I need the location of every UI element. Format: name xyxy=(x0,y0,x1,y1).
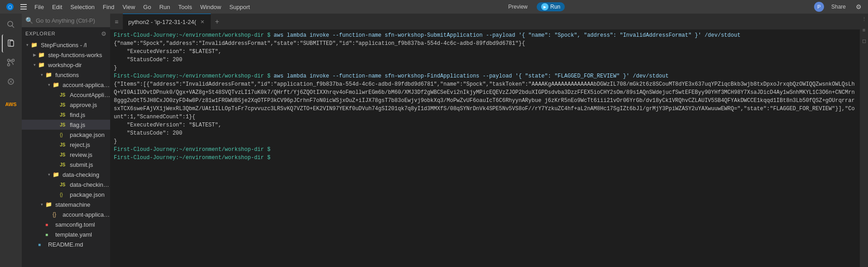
terminal-line: } xyxy=(114,64,856,72)
tree-folder-stepfunctions[interactable]: ▾ 📁 StepFunctions - /l xyxy=(22,40,110,50)
tab-menu-icon[interactable]: ≡ xyxy=(110,14,123,29)
menu-edit[interactable]: Edit xyxy=(48,3,66,11)
new-file-icon[interactable]: ⚙ xyxy=(101,30,107,37)
tree-label-stepfunctions: StepFunctions - /l xyxy=(41,42,87,49)
terminal-line: {"Items":[{"address":"InvalidAddressForm… xyxy=(114,80,856,121)
tree-file-readme[interactable]: ■ README.md xyxy=(22,239,110,249)
tree-folder-account[interactable]: ▾ 📁 account-applicati... xyxy=(22,80,110,90)
tree-label-submit: submit.js xyxy=(70,161,93,168)
sidebar-actions: ⚙ xyxy=(101,30,107,37)
activity-debug[interactable] xyxy=(2,73,20,91)
sidebar-header: EXPLORER ⚙ xyxy=(22,27,110,40)
menu-bar-left: ⬡ File Edit Selection Find View Go Run T… xyxy=(4,0,253,13)
toml-icon-samconfig: ■ xyxy=(45,222,53,227)
folder-icon-sfworkshop: 📁 xyxy=(38,52,46,58)
tree-file-datachecking[interactable]: JS data-checking.js xyxy=(22,180,110,189)
tree-label-sfworkshop: step-functions-works xyxy=(48,52,102,58)
activity-git[interactable] xyxy=(2,53,20,72)
tree-label-datachecking-file: data-checking.js xyxy=(70,181,110,188)
menu-run[interactable]: Run xyxy=(155,3,174,11)
tree-file-submit[interactable]: JS submit.js xyxy=(22,160,110,170)
terminal-line: First-Cloud-Journey:~/environment/worksh… xyxy=(114,146,856,154)
js-icon-reject: JS xyxy=(60,142,68,147)
menu-view[interactable]: View xyxy=(119,3,139,11)
tree-file-reject[interactable]: JS reject.js xyxy=(22,140,110,150)
tree-arrow-account: ▾ xyxy=(45,83,53,87)
tab-add-button[interactable]: + xyxy=(211,14,223,29)
terminal-line: First-Cloud-Journey:~/environment/worksh… xyxy=(114,31,856,39)
svg-point-11 xyxy=(8,64,10,66)
search-icon: 🔍 xyxy=(25,17,33,24)
tree-file-approve[interactable]: JS approve.js xyxy=(22,100,110,110)
menu-file[interactable]: File xyxy=(31,3,48,11)
svg-text:⬡: ⬡ xyxy=(8,5,12,10)
tree-label-reject: reject.js xyxy=(70,141,90,148)
tree-folder-workshopdir[interactable]: ▾ 📁 workshop-dir xyxy=(22,60,110,70)
tree-label-flag: flag.js xyxy=(70,121,85,128)
svg-line-6 xyxy=(12,26,15,28)
tree-label-statemachine: statemachine xyxy=(55,201,90,208)
tree-file-template[interactable]: ■ template.yaml xyxy=(22,229,110,239)
tree-folder-functions[interactable]: ▾ 📁 functions xyxy=(22,70,110,80)
tree-file-package2[interactable]: {} package.json xyxy=(22,189,110,199)
tree-label-package2: package.json xyxy=(70,191,105,198)
js-icon-flag: JS xyxy=(60,122,68,127)
tree-folder-datachecking[interactable]: ▾ 📁 data-checking xyxy=(22,170,110,180)
tree-file-samconfig[interactable]: ■ samconfig.toml xyxy=(22,219,110,229)
term-cmd: aws lambda invoke --function-name sfn-wo… xyxy=(271,73,669,79)
menu-find[interactable]: Find xyxy=(99,3,118,11)
terminal-tab[interactable]: python2 - 'ip-172-31-1-24( ✕ xyxy=(123,14,211,29)
tree-label-approve: approve.js xyxy=(70,102,97,108)
run-icon: ▶ xyxy=(541,3,548,10)
tree-file-accountjson[interactable]: {} account-applicati... xyxy=(22,209,110,219)
tree-arrow-statemachine: ▾ xyxy=(38,202,45,207)
tree-label-accountjson: account-applicati... xyxy=(63,211,110,218)
settings-icon[interactable]: ⚙ xyxy=(853,2,864,11)
avatar[interactable]: P xyxy=(814,2,824,12)
menu-window[interactable]: Window xyxy=(197,3,225,11)
search-input[interactable] xyxy=(36,17,110,24)
timeline-icon[interactable]: ◻ xyxy=(860,37,868,44)
terminal-line: First-Cloud-Journey:~/environment/worksh… xyxy=(114,72,856,80)
terminal-line: } xyxy=(114,137,856,146)
menu-go[interactable]: Go xyxy=(140,3,155,11)
tree-file-accountapplica[interactable]: JS AccountApplica... xyxy=(22,90,110,100)
hamburger-icon[interactable] xyxy=(17,0,30,13)
right-bar: ⋮ ≡ ◻ xyxy=(860,14,868,267)
svg-rect-3 xyxy=(20,6,27,7)
term-prompt: First-Cloud-Journey:~/environment/worksh… xyxy=(114,155,271,161)
menu-selection[interactable]: Selection xyxy=(67,3,98,11)
terminal[interactable]: First-Cloud-Journey:~/environment/worksh… xyxy=(110,29,860,267)
activity-explorer[interactable] xyxy=(2,34,20,53)
sidebar: 🔍 EXPLORER ⚙ ▾ 📁 StepFunctions - /l ▶ 📁 xyxy=(22,14,110,267)
app-icon[interactable]: ⬡ xyxy=(4,0,16,13)
share-button[interactable]: Share xyxy=(828,3,849,11)
menu-tools[interactable]: Tools xyxy=(175,3,195,11)
folder-icon-stepfunctions: 📁 xyxy=(31,42,39,48)
outline-icon[interactable]: ≡ xyxy=(860,26,868,34)
activity-aws[interactable]: AWS xyxy=(2,95,20,113)
minimap-icon[interactable]: ⋮ xyxy=(860,15,868,23)
menu-support[interactable]: Support xyxy=(226,3,254,11)
tree-label-datachecking: data-checking xyxy=(63,171,99,178)
js-icon-approve: JS xyxy=(60,102,68,107)
tree-folder-sfworkshop[interactable]: ▶ 📁 step-functions-works xyxy=(22,50,110,60)
folder-icon-statemachine: 📁 xyxy=(45,201,53,208)
svg-rect-2 xyxy=(20,4,27,5)
tree-folder-statemachine[interactable]: ▾ 📁 statemachine xyxy=(22,199,110,209)
sidebar-title: EXPLORER xyxy=(25,31,55,36)
tree-file-package1[interactable]: {} package.json xyxy=(22,130,110,140)
tab-close-button[interactable]: ✕ xyxy=(199,18,206,25)
tree-label-package1: package.json xyxy=(70,131,105,138)
folder-icon-account: 📁 xyxy=(53,82,61,88)
svg-point-10 xyxy=(12,59,15,62)
terminal-line: {"name":"Spock","address":"InvalidAddres… xyxy=(114,39,856,48)
tree-file-find[interactable]: JS find.js xyxy=(22,110,110,120)
terminal-line: "StatusCode": 200 xyxy=(114,129,856,137)
run-button[interactable]: ▶ Run xyxy=(537,2,565,11)
tree-file-review[interactable]: JS review.js xyxy=(22,150,110,160)
tree-file-flag[interactable]: JS flag.js xyxy=(22,120,110,130)
md-icon-readme: ■ xyxy=(38,242,46,247)
activity-search[interactable] xyxy=(2,15,20,34)
preview-button[interactable]: Preview xyxy=(503,3,533,11)
